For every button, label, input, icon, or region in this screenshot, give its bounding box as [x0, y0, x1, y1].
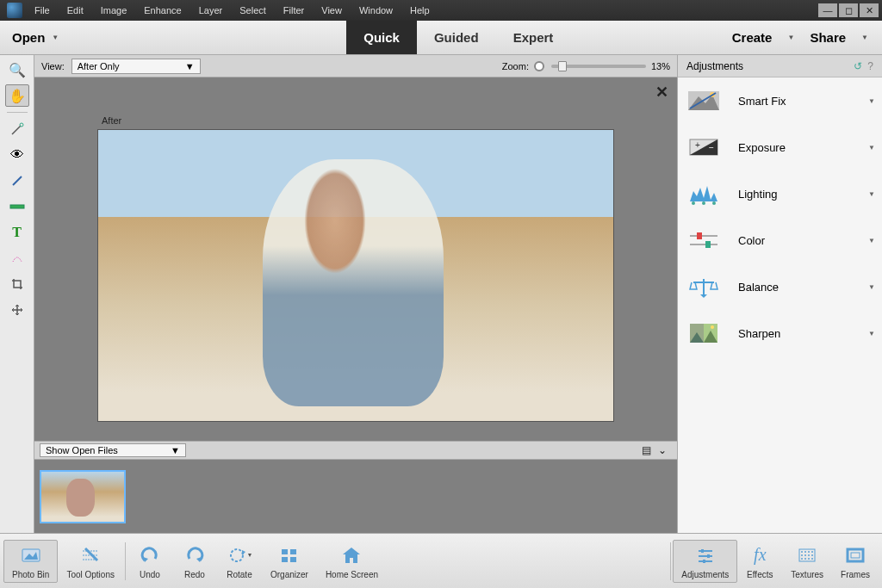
svg-rect-40 — [282, 557, 288, 562]
reset-icon[interactable]: ↺ — [854, 60, 862, 72]
close-document[interactable]: ✕ — [655, 83, 668, 102]
footer-home-screen[interactable]: Home Screen — [317, 540, 387, 583]
chevron-icon: ▼ — [868, 237, 875, 244]
adj-label: Sharpen — [738, 327, 780, 340]
effects-icon: fx — [754, 543, 766, 567]
dropdown-icon: ▼ — [185, 61, 195, 71]
panel-header: Adjustments ↺ ? — [678, 55, 882, 77]
svg-rect-46 — [707, 554, 710, 558]
footer-effects[interactable]: fx Effects — [737, 540, 782, 583]
footer-label: Frames — [841, 570, 870, 579]
svg-point-13 — [692, 201, 695, 205]
svg-point-14 — [702, 201, 705, 205]
zoom-thumb[interactable] — [558, 61, 567, 71]
frames-icon — [845, 543, 866, 567]
footer-label: Photo Bin — [12, 570, 49, 579]
tab-guided[interactable]: Guided — [417, 21, 496, 54]
maximize-button[interactable]: ◻ — [839, 3, 858, 17]
hand-tool[interactable]: ✋ — [5, 84, 29, 107]
bin-menu-icon[interactable]: ▤ — [642, 444, 651, 456]
chevron-icon: ▼ — [868, 190, 875, 198]
adj-smart-fix[interactable]: Smart Fix ▼ — [678, 77, 882, 124]
footer-undo[interactable]: Undo — [127, 540, 172, 583]
menu-layer[interactable]: Layer — [190, 5, 232, 15]
adj-exposure[interactable]: +− Exposure ▼ — [678, 124, 882, 170]
share-button[interactable]: Share — [804, 30, 851, 45]
svg-rect-53 — [851, 553, 860, 558]
adj-sharpen[interactable]: Sharpen ▼ — [678, 310, 882, 356]
chevron-icon: ▼ — [868, 144, 875, 152]
menu-image[interactable]: Image — [92, 5, 136, 15]
textures-icon — [797, 543, 817, 567]
zoom-tool[interactable]: 🔍 — [5, 59, 29, 81]
sharpen-icon — [685, 319, 723, 348]
open-button[interactable]: Open ▼ — [0, 21, 71, 54]
text-tool[interactable]: T — [5, 221, 29, 244]
dropdown-icon: ▼ — [782, 34, 799, 41]
exposure-icon: +− — [685, 133, 723, 162]
view-dropdown[interactable]: After Only ▼ — [71, 59, 201, 74]
canvas-image[interactable] — [97, 129, 614, 422]
close-button[interactable]: ✕ — [860, 3, 879, 17]
svg-rect-51 — [799, 549, 815, 561]
canvas-area: ✕ After — [34, 77, 677, 441]
photo-thumbnail[interactable] — [40, 470, 126, 523]
svg-marker-22 — [700, 294, 707, 298]
tab-expert[interactable]: Expert — [496, 21, 571, 54]
menu-file[interactable]: File — [26, 5, 59, 15]
svg-rect-44 — [701, 549, 704, 553]
crop-tool[interactable] — [5, 273, 29, 295]
help-icon[interactable]: ? — [867, 60, 873, 72]
footer-organizer[interactable]: Organizer — [262, 540, 317, 583]
footer-adjustments[interactable]: Adjustments — [673, 540, 737, 583]
healing-tool[interactable] — [5, 247, 29, 269]
menu-view[interactable]: View — [313, 5, 351, 15]
photo-bin-icon — [21, 543, 41, 567]
dropdown-icon: ▼ — [171, 445, 180, 455]
menu-enhance[interactable]: Enhance — [135, 5, 189, 15]
menu-help[interactable]: Help — [401, 5, 438, 15]
tab-quick[interactable]: Quick — [346, 21, 417, 54]
eye-tool[interactable]: 👁 — [5, 144, 29, 166]
move-tool[interactable] — [5, 299, 29, 321]
footer-label: Adjustments — [681, 570, 729, 579]
footer-label: Undo — [140, 570, 160, 579]
menu-edit[interactable]: Edit — [59, 5, 92, 15]
adj-label: Color — [738, 234, 765, 247]
adj-label: Exposure — [738, 141, 786, 154]
adj-label: Smart Fix — [738, 95, 786, 108]
menu-filter[interactable]: Filter — [275, 5, 313, 15]
photo-bin-dropdown[interactable]: Show Open Files ▼ — [40, 443, 186, 457]
zoom-value: 13% — [651, 61, 670, 71]
bin-selected: Show Open Files — [46, 445, 118, 455]
menu-window[interactable]: Window — [351, 5, 401, 15]
svg-point-1 — [20, 123, 23, 127]
footer-photo-bin[interactable]: Photo Bin — [3, 540, 58, 583]
smart-fix-icon — [685, 86, 723, 115]
brush-tool[interactable] — [5, 170, 29, 192]
zoom-slider[interactable] — [551, 65, 646, 68]
adj-color[interactable]: Color ▼ — [678, 217, 882, 263]
dropdown-icon: ▼ — [52, 34, 59, 41]
adj-lighting[interactable]: Lighting ▼ — [678, 170, 882, 217]
create-button[interactable]: Create — [727, 30, 778, 45]
magic-wand-tool[interactable] — [5, 118, 29, 140]
footer-tool-options[interactable]: Tool Options — [58, 540, 123, 583]
footer-rotate[interactable]: ▼ Rotate — [217, 540, 262, 583]
adjustments-icon — [695, 543, 716, 567]
minimize-button[interactable]: — — [818, 3, 837, 17]
main-toolbar: Open ▼ Quick Guided Expert Create▼ Share… — [0, 21, 882, 55]
svg-rect-39 — [290, 549, 296, 554]
adj-balance[interactable]: Balance ▼ — [678, 263, 882, 310]
dropdown-icon: ▼ — [856, 34, 873, 41]
footer-frames[interactable]: Frames — [832, 540, 879, 583]
svg-text:−: − — [709, 143, 714, 152]
footer-redo[interactable]: Redo — [172, 540, 217, 583]
footer-textures[interactable]: Textures — [782, 540, 832, 583]
home-icon — [341, 543, 362, 567]
menu-select[interactable]: Select — [231, 5, 275, 15]
bin-collapse-icon[interactable]: ⌄ — [658, 444, 667, 456]
svg-rect-19 — [705, 241, 711, 248]
straighten-tool[interactable] — [5, 195, 29, 218]
undo-icon — [140, 543, 160, 567]
